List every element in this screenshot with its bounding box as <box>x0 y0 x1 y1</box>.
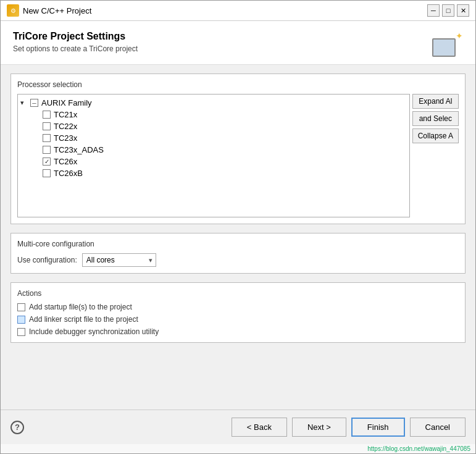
processor-tree[interactable]: ▾ AURIX Family TC21x TC22x <box>17 94 410 217</box>
watermark: https://blog.csdn.net/wawajin_447085 <box>1 444 475 453</box>
checkbox-tc22x[interactable] <box>43 122 51 130</box>
checkbox-tc26xb[interactable] <box>43 169 51 177</box>
checkbox-linker[interactable] <box>17 316 25 324</box>
title-bar: ⚙ New C/C++ Project ─ □ ✕ <box>1 1 475 21</box>
label-debugger: Include debugger synchronization utility <box>29 327 159 336</box>
tree-label-tc26x: TC26x <box>54 157 77 166</box>
footer-left: ? <box>10 421 24 434</box>
cancel-button[interactable]: Cancel <box>410 418 466 437</box>
tree-label-tc23x-adas: TC23x_ADAS <box>54 145 104 154</box>
content: Processor selection ▾ AURIX Family TC21x <box>1 65 475 410</box>
expand-all-button[interactable]: Expand Al <box>412 94 459 109</box>
checkbox-tc23x-adas[interactable] <box>43 146 51 154</box>
tree-item-aurix[interactable]: ▾ AURIX Family <box>18 97 409 109</box>
label-linker: Add linker script file to the project <box>29 315 138 324</box>
checkbox-aurix[interactable] <box>30 99 38 107</box>
tree-label-tc22x: TC22x <box>54 122 77 131</box>
tree-label-tc26xb: TC26xB <box>54 169 83 178</box>
footer: ? < Back Next > Finish Cancel <box>1 410 475 444</box>
title-bar-left: ⚙ New C/C++ Project <box>7 4 91 17</box>
tree-item-tc23x-adas[interactable]: TC23x_ADAS <box>18 144 409 156</box>
checkbox-startup[interactable] <box>17 303 25 311</box>
footer-buttons: < Back Next > Finish Cancel <box>232 418 466 437</box>
collapse-all-button[interactable]: Collapse A <box>412 128 459 143</box>
checkbox-tc21x[interactable] <box>43 111 51 119</box>
title-controls: ─ □ ✕ <box>427 4 469 17</box>
and-select-button[interactable]: and Selec <box>412 111 459 126</box>
action-item-debugger: Include debugger synchronization utility <box>17 327 459 336</box>
tree-item-tc26x[interactable]: TC26x <box>18 156 409 167</box>
monitor-icon <box>432 38 456 57</box>
main-window: ⚙ New C/C++ Project ─ □ ✕ TriCore Projec… <box>0 0 476 454</box>
tree-area: ▾ AURIX Family TC21x TC22x <box>17 94 459 217</box>
finish-button[interactable]: Finish <box>351 418 405 437</box>
star-icon: ✦ <box>456 31 463 41</box>
multicore-section: Multi-core configuration Use configurati… <box>10 233 466 274</box>
config-select-wrapper: All cores Single core Custom <box>82 253 156 267</box>
tree-item-tc21x[interactable]: TC21x <box>18 109 409 120</box>
tree-label-tc23x: TC23x <box>54 133 77 143</box>
window-title: New C/C++ Project <box>23 6 91 15</box>
checkbox-debugger[interactable] <box>17 328 25 336</box>
checkbox-tc26x[interactable] <box>43 158 51 166</box>
checkbox-tc23x[interactable] <box>43 134 51 142</box>
label-startup: Add startup file(s) to the project <box>29 303 132 311</box>
tree-item-tc26xb[interactable]: TC26xB <box>18 167 409 179</box>
tree-label-aurix: AURIX Family <box>41 98 92 107</box>
header: TriCore Project Settings Set options to … <box>1 21 475 65</box>
back-button[interactable]: < Back <box>232 418 287 437</box>
action-item-linker: Add linker script file to the project <box>17 315 459 324</box>
expand-arrow-aurix: ▾ <box>20 99 28 107</box>
header-text: TriCore Project Settings Set options to … <box>13 31 138 53</box>
minimize-button[interactable]: ─ <box>427 4 440 17</box>
app-icon: ⚙ <box>7 4 19 17</box>
page-subtitle: Set options to create a TriCore project <box>13 44 138 53</box>
config-select[interactable]: All cores Single core Custom <box>82 253 156 267</box>
config-row: Use configuration: All cores Single core… <box>17 253 459 267</box>
tree-buttons: Expand Al and Selec Collapse A <box>412 94 459 217</box>
next-button[interactable]: Next > <box>292 418 346 437</box>
actions-section: Actions Add startup file(s) to the proje… <box>10 282 466 343</box>
processor-section-label: Processor selection <box>17 80 459 89</box>
header-icon: ✦ <box>432 31 463 57</box>
help-button[interactable]: ? <box>10 421 24 434</box>
page-title: TriCore Project Settings <box>13 31 138 42</box>
tree-item-tc23x[interactable]: TC23x <box>18 132 409 144</box>
close-button[interactable]: ✕ <box>457 4 469 17</box>
actions-section-label: Actions <box>17 289 459 298</box>
processor-section: Processor selection ▾ AURIX Family TC21x <box>10 74 466 224</box>
tree-label-tc21x: TC21x <box>54 110 77 119</box>
action-item-startup: Add startup file(s) to the project <box>17 303 459 311</box>
tree-item-tc22x[interactable]: TC22x <box>18 120 409 132</box>
maximize-button[interactable]: □ <box>442 4 454 17</box>
config-label: Use configuration: <box>17 256 77 264</box>
multicore-section-label: Multi-core configuration <box>17 240 459 248</box>
